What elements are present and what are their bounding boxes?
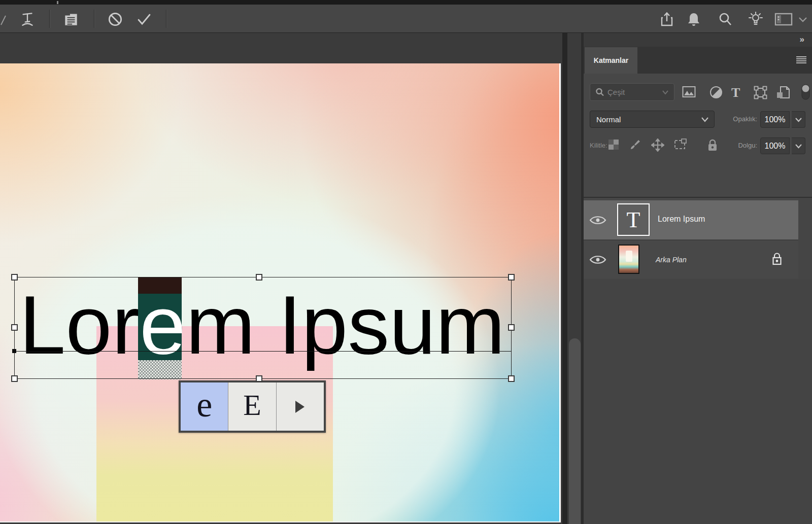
selected-character-overlay: Lorem Ipsum xyxy=(19,284,505,367)
filter-kind-label: Çeşit xyxy=(607,88,662,96)
handle-top-left[interactable] xyxy=(11,274,18,281)
canvas-edge-gap xyxy=(562,33,567,524)
blend-mode-value: Normal xyxy=(596,115,701,124)
fill-dropdown-button[interactable] xyxy=(792,137,805,154)
padlock-icon[interactable] xyxy=(771,252,783,266)
lock-pixels-icon[interactable] xyxy=(629,138,641,151)
blend-mode-select[interactable]: Normal xyxy=(590,111,715,128)
bbox-top-line xyxy=(14,277,511,277)
document-canvas[interactable]: Lorem Ipsum Lorem Ipsum e E xyxy=(0,63,561,522)
glyph-option-e[interactable]: e xyxy=(181,382,228,431)
share-icon[interactable] xyxy=(658,10,676,28)
layer-name[interactable]: Arka Plan xyxy=(656,256,687,264)
chevron-down-icon xyxy=(662,90,669,95)
panel-content: Çeşit T xyxy=(584,74,812,524)
cancel-edit-icon[interactable] xyxy=(106,10,124,28)
lock-transparency-icon[interactable] xyxy=(607,138,620,151)
discover-icon[interactable] xyxy=(747,10,765,28)
fill-label: Dolgu: xyxy=(725,142,757,149)
glyph-option-E[interactable]: E xyxy=(228,382,276,431)
handle-top-right[interactable] xyxy=(508,274,515,281)
glyph-alternatives-popup: e E xyxy=(179,380,326,433)
lock-artboard-icon[interactable] xyxy=(673,138,687,151)
layer-row-arka-plan[interactable]: Arka Plan xyxy=(584,240,798,278)
warp-text-icon[interactable] xyxy=(18,10,37,28)
divider xyxy=(584,197,812,198)
thumbnail-T-glyph: T xyxy=(627,207,640,233)
filter-adjustment-icon[interactable] xyxy=(709,86,723,99)
tool-preset-fragment-icon xyxy=(0,15,6,26)
handle-middle-right[interactable] xyxy=(508,324,515,331)
vertical-scrollbar[interactable] xyxy=(569,338,581,524)
bbox-bottom-line xyxy=(14,378,511,379)
search-icon xyxy=(595,88,604,97)
handle-middle-left[interactable] xyxy=(11,324,18,331)
separator xyxy=(49,10,50,28)
thumbnail-artwork-shape xyxy=(626,251,632,262)
panel-menu-icon[interactable] xyxy=(796,56,807,64)
search-icon[interactable] xyxy=(716,10,734,28)
layer-list-empty-area xyxy=(584,279,812,524)
separator xyxy=(94,10,94,28)
lock-position-icon[interactable] xyxy=(651,138,664,152)
chevron-down-icon[interactable] xyxy=(797,10,809,28)
layer-row-lorem-ipsum[interactable]: T Lorem Ipsum xyxy=(584,200,798,239)
text-layer-thumbnail[interactable]: T xyxy=(617,203,650,236)
expand-triangle-icon xyxy=(295,401,304,413)
handle-bottom-right[interactable] xyxy=(508,375,515,382)
menu-bar-strip xyxy=(0,0,812,5)
filter-image-icon[interactable] xyxy=(682,86,696,98)
selected-character: e xyxy=(140,278,186,371)
visibility-eye-icon[interactable] xyxy=(589,214,607,227)
commit-edit-icon[interactable] xyxy=(135,10,153,28)
workspace-icon[interactable] xyxy=(773,10,794,28)
toggle-panels-icon[interactable] xyxy=(62,10,80,28)
handle-bottom-left[interactable] xyxy=(11,375,18,382)
filter-toggle-icon[interactable] xyxy=(800,84,811,100)
baseline-marker xyxy=(12,349,16,353)
filter-smart-object-icon[interactable] xyxy=(776,86,790,99)
opacity-value[interactable]: 100% xyxy=(760,111,790,128)
lock-all-icon[interactable] xyxy=(707,138,718,152)
background-layer-thumbnail[interactable] xyxy=(618,244,639,274)
pasteboard: Lorem Ipsum Lorem Ipsum e E xyxy=(0,33,583,524)
handle-top-center[interactable] xyxy=(256,274,262,281)
lock-label: Kilitle: xyxy=(590,142,607,149)
layer-filter-dropdown[interactable]: Çeşit xyxy=(590,83,674,101)
separator xyxy=(166,10,166,28)
filter-shape-icon[interactable] xyxy=(754,86,767,99)
filter-type-icon[interactable]: T xyxy=(731,85,740,100)
opacity-dropdown-button[interactable] xyxy=(792,111,805,128)
options-bar xyxy=(0,5,812,33)
opacity-label: Opaklık: xyxy=(725,115,757,123)
text-before-selection: Lor xyxy=(19,278,140,371)
panel-tab-bar: Katmanlar xyxy=(584,47,812,74)
fill-value[interactable]: 100% xyxy=(760,137,790,154)
text-baseline xyxy=(14,351,511,352)
visibility-eye-icon[interactable] xyxy=(589,253,607,266)
layer-list-gutter xyxy=(798,198,812,279)
layer-name[interactable]: Lorem Ipsum xyxy=(658,215,705,224)
tab-layers[interactable]: Katmanlar xyxy=(585,47,637,74)
glyph-expand-button[interactable] xyxy=(277,382,324,431)
chevron-down-icon xyxy=(701,117,709,122)
text-after-selection: m Ipsum xyxy=(186,278,505,371)
handle-bottom-center[interactable] xyxy=(256,375,262,382)
bell-icon[interactable] xyxy=(685,10,703,28)
layers-panel: » Katmanlar Çeşit xyxy=(584,33,812,524)
panel-header-strip: » xyxy=(584,33,812,47)
menu-bar-tick xyxy=(57,1,58,4)
collapse-chevrons-icon[interactable]: » xyxy=(800,34,805,45)
